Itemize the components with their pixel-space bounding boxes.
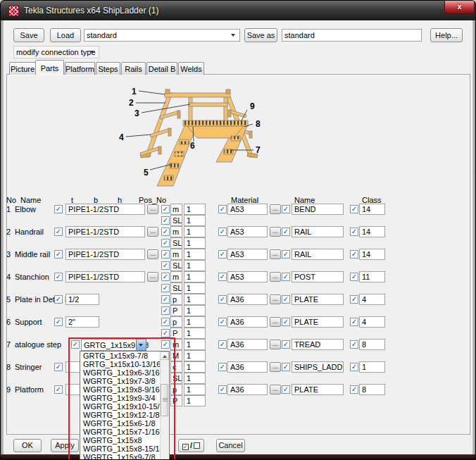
pos2-checkbox[interactable]: ✓ <box>161 284 170 292</box>
tab-detail-b[interactable]: Detail B <box>146 62 177 75</box>
material-checkbox[interactable]: ✓ <box>218 205 227 213</box>
material-browse-button[interactable]: ... <box>270 204 281 214</box>
pos-checkbox[interactable]: ✓ <box>161 295 170 304</box>
class-input[interactable]: 8 <box>359 339 385 350</box>
thickness-checkbox[interactable]: ✓ <box>54 318 63 326</box>
tab-rails[interactable]: Rails <box>121 62 146 75</box>
profile-checkbox[interactable]: ✓ <box>54 250 63 259</box>
help-button[interactable]: Help... <box>430 28 463 42</box>
pos2-number-input[interactable]: 1 <box>184 260 206 271</box>
toggle-all-checkboxes-button[interactable]: ✓/ <box>178 439 204 452</box>
pos-prefix-input[interactable]: m <box>170 249 182 260</box>
class-checkbox[interactable]: ✓ <box>350 250 358 259</box>
pos-checkbox[interactable]: ✓ <box>161 250 170 259</box>
part-name-input[interactable]: RAIL <box>292 226 344 237</box>
pos2-checkbox[interactable]: ✓ <box>161 239 170 247</box>
title-bar[interactable]: Tekla Structures x64 ShipLadder (1) x <box>1 1 476 20</box>
class-input[interactable]: 14 <box>359 226 385 237</box>
class-checkbox[interactable]: ✓ <box>350 228 358 236</box>
pos-prefix-input[interactable]: m <box>170 226 182 237</box>
pos2-number-input[interactable]: 1 <box>184 350 206 361</box>
class-input[interactable]: 4 <box>359 294 385 305</box>
thickness-input[interactable]: 2" <box>65 316 99 328</box>
part-name-input[interactable]: BEND <box>292 204 344 215</box>
material-browse-button[interactable]: ... <box>270 340 281 349</box>
material-input[interactable]: A36 <box>227 339 268 350</box>
close-button[interactable]: x <box>444 1 475 14</box>
pos2-checkbox[interactable]: ✓ <box>161 306 170 315</box>
material-input[interactable]: A53 <box>227 204 268 215</box>
tab-welds[interactable]: Welds <box>178 62 204 75</box>
pos-number-input[interactable]: 1 <box>184 249 206 260</box>
class-checkbox[interactable]: ✓ <box>350 295 358 304</box>
material-checkbox[interactable]: ✓ <box>218 318 227 326</box>
class-checkbox[interactable]: ✓ <box>350 340 358 349</box>
profile-checkbox[interactable]: ✓ <box>54 205 63 213</box>
part-name-checkbox[interactable]: ✓ <box>282 318 290 326</box>
pos-number-input[interactable]: 1 <box>184 384 206 395</box>
class-checkbox[interactable]: ✓ <box>350 318 358 326</box>
profile-checkbox[interactable]: ✓ <box>54 385 63 394</box>
part-name-checkbox[interactable]: ✓ <box>282 295 290 304</box>
pos-prefix-input[interactable]: p <box>170 294 182 305</box>
pos-number-input[interactable]: 1 <box>184 361 206 373</box>
thickness-input[interactable]: 1/2 <box>65 294 99 305</box>
part-name-input[interactable]: PLATE <box>292 384 344 395</box>
material-input[interactable]: A53 <box>227 226 268 237</box>
connection-type-arrow-icon[interactable] <box>90 51 94 54</box>
material-checkbox[interactable]: ✓ <box>218 385 227 394</box>
profile-input[interactable]: PIPE1-1/2STD <box>65 204 145 215</box>
save-button[interactable]: Save <box>13 28 44 42</box>
material-browse-button[interactable]: ... <box>270 227 281 237</box>
profile-browse-button[interactable]: ... <box>147 272 158 282</box>
tab-platform[interactable]: Platform <box>65 62 95 75</box>
pos-prefix-input[interactable]: p <box>170 316 182 328</box>
tab-steps[interactable]: Steps <box>96 62 120 75</box>
part-name-input[interactable]: POST <box>292 271 344 282</box>
material-browse-button[interactable]: ... <box>270 317 281 327</box>
profile-checkbox[interactable]: ✓ <box>54 363 63 371</box>
pos2-number-input[interactable]: 1 <box>184 282 206 294</box>
pos2-prefix-input[interactable]: SL <box>170 237 182 249</box>
class-checkbox[interactable]: ✓ <box>350 363 358 371</box>
part-name-input[interactable]: RAIL <box>292 249 344 260</box>
pos2-number-input[interactable]: 1 <box>184 215 206 226</box>
profile-input[interactable]: PIPE1-1/2STD <box>65 249 145 260</box>
pos2-prefix-input[interactable]: SL <box>170 215 182 226</box>
pos2-number-input[interactable]: 1 <box>184 395 206 406</box>
part-name-checkbox[interactable]: ✓ <box>282 250 290 259</box>
material-browse-button[interactable]: ... <box>270 249 281 259</box>
class-checkbox[interactable]: ✓ <box>350 205 358 213</box>
material-browse-button[interactable]: ... <box>270 362 281 372</box>
pos-checkbox[interactable]: ✓ <box>161 318 170 326</box>
pos2-checkbox[interactable]: ✓ <box>161 329 170 337</box>
load-button[interactable]: Load <box>50 28 81 42</box>
material-checkbox[interactable]: ✓ <box>218 228 227 236</box>
material-browse-button[interactable]: ... <box>270 272 281 282</box>
pos-number-input[interactable]: 1 <box>184 294 206 305</box>
pos-number-input[interactable]: 1 <box>184 271 206 282</box>
thickness-checkbox[interactable]: ✓ <box>54 295 63 304</box>
part-name-checkbox[interactable]: ✓ <box>282 205 290 213</box>
class-checkbox[interactable]: ✓ <box>350 385 358 394</box>
pos-number-input[interactable]: 1 <box>184 316 206 328</box>
combobox-arrow-icon[interactable] <box>231 34 235 37</box>
part-name-input[interactable]: PLATE <box>292 294 344 305</box>
material-browse-button[interactable]: ... <box>270 385 281 394</box>
part-name-input[interactable]: PLATE <box>292 316 344 328</box>
save-as-button[interactable]: Save as <box>244 28 277 42</box>
material-checkbox[interactable]: ✓ <box>218 340 227 349</box>
material-input[interactable]: A36 <box>227 316 268 328</box>
class-input[interactable]: 11 <box>359 271 385 282</box>
profile-browse-button[interactable]: ... <box>147 227 158 237</box>
pos2-number-input[interactable]: 1 <box>184 305 206 316</box>
tab-picture[interactable]: Picture <box>9 62 36 75</box>
profile-checkbox[interactable]: ✓ <box>54 273 63 281</box>
pos2-number-input[interactable]: 1 <box>184 237 206 249</box>
class-input[interactable]: 1 <box>359 361 385 373</box>
material-input[interactable]: A36 <box>227 384 268 395</box>
material-checkbox[interactable]: ✓ <box>218 363 227 371</box>
material-checkbox[interactable]: ✓ <box>218 295 227 304</box>
ok-button[interactable]: OK <box>13 439 42 452</box>
pos2-prefix-input[interactable]: SL <box>170 260 182 271</box>
